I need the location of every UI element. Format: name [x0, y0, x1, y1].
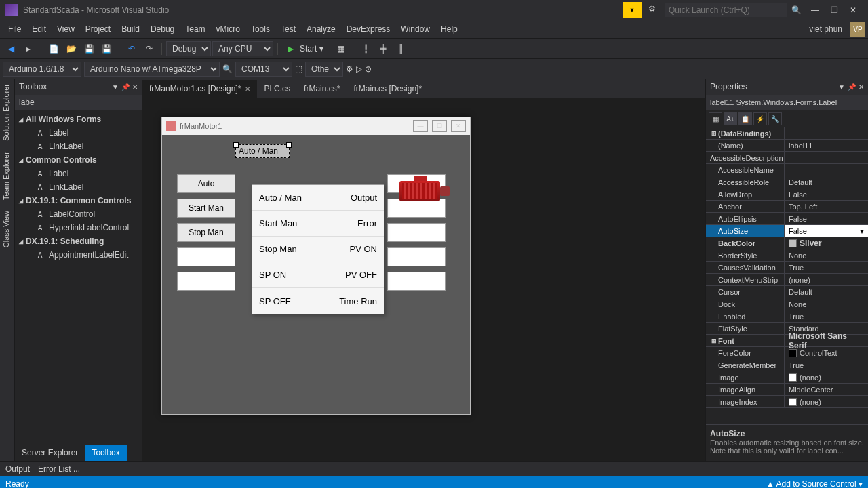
upload-icon[interactable]: ⬚	[295, 64, 302, 74]
toolbox-search-input[interactable]	[15, 95, 142, 110]
new-project-icon[interactable]: 📄	[45, 41, 62, 57]
doc-tab[interactable]: PLC.cs	[257, 80, 297, 98]
menu-test[interactable]: Test	[275, 22, 301, 37]
toolbox-group[interactable]: Common Controls	[15, 153, 142, 167]
doc-tab[interactable]: frManMotor1.cs [Design]* ✕	[142, 80, 257, 98]
property-row[interactable]: ContextMenuStrip(none)	[706, 274, 868, 286]
save-all-icon[interactable]: 💾	[98, 41, 115, 57]
property-row[interactable]: ForeColorControlText	[706, 347, 868, 359]
platform-select[interactable]: Any CPU	[212, 41, 273, 56]
align-icon[interactable]: ┇	[357, 41, 374, 57]
pin-icon[interactable]: 📌	[121, 83, 130, 91]
form-button[interactable]: Stop Man	[177, 223, 235, 242]
property-row[interactable]: (Name)label11	[706, 140, 868, 152]
toolbox-item[interactable]: ALabel	[15, 126, 142, 140]
redo-icon[interactable]: ↷	[141, 41, 157, 57]
save-icon[interactable]: 💾	[81, 41, 97, 57]
property-row[interactable]: BackColorSilver	[706, 237, 868, 249]
property-object-select[interactable]: label11 System.Windows.Forms.Label	[706, 95, 868, 110]
toolbox-item[interactable]: ALinkLabel	[15, 180, 142, 194]
toolbox-tab[interactable]: Server Explorer	[15, 445, 85, 461]
minimize-button[interactable]: —	[806, 2, 825, 18]
form-button[interactable]: Auto	[177, 174, 235, 193]
vtab[interactable]: Class View	[0, 205, 14, 253]
property-row[interactable]: AutoSizeFalse▾	[706, 225, 868, 237]
tool-icon[interactable]: ▦	[332, 41, 349, 57]
output-tab[interactable]: Error List ...	[38, 464, 80, 474]
back-button[interactable]: ◀	[3, 41, 19, 57]
notification-flag-icon[interactable]	[623, 2, 642, 18]
props-icon[interactable]: 📋	[738, 112, 752, 125]
designer-form[interactable]: frManMotor1 — ☐ ✕ Auto / Man AutoStart M…	[161, 117, 471, 415]
toolbox-item[interactable]: AHyperlinkLabelControl	[15, 221, 142, 235]
menu-help[interactable]: Help	[435, 22, 463, 37]
start-button[interactable]: ▶	[282, 41, 298, 57]
toolbox-group[interactable]: DX.19.1: Scheduling	[15, 235, 142, 248]
dropdown-row[interactable]: Start ManError	[252, 211, 384, 237]
close-button[interactable]: ✕	[844, 2, 863, 18]
quick-launch-input[interactable]	[665, 3, 787, 17]
property-row[interactable]: ImageAlignMiddleCenter	[706, 384, 868, 396]
form-min-button[interactable]: —	[413, 120, 428, 132]
play-icon[interactable]: ▷	[356, 64, 362, 74]
form-close-button[interactable]: ✕	[451, 120, 466, 132]
search-icon[interactable]: 🔍	[787, 2, 806, 18]
add-source-control[interactable]: ▲ Add to Source Control ▾	[766, 479, 863, 488]
menu-file[interactable]: File	[3, 22, 26, 37]
toolbox-item[interactable]: AAppointmentLabelEdit	[15, 248, 142, 262]
menu-devexpress[interactable]: DevExpress	[341, 22, 396, 37]
property-row[interactable]: ImageIndex(none)	[706, 396, 868, 408]
doc-tab[interactable]: frMain.cs [Design]*	[347, 80, 429, 98]
undo-icon[interactable]: ↶	[123, 41, 140, 57]
form-input[interactable]	[387, 247, 446, 266]
toolbox-group[interactable]: DX.19.1: Common Controls	[15, 194, 142, 207]
output-tab[interactable]: Output	[5, 464, 30, 474]
label-dropdown[interactable]: Auto / ManOutputStart ManErrorStop ManPV…	[252, 184, 384, 314]
categorized-icon[interactable]: ▦	[709, 112, 722, 125]
toolbox-item[interactable]: ALinkLabel	[15, 140, 142, 153]
property-row[interactable]: AccessibleDescription	[706, 152, 868, 164]
menu-analyze[interactable]: Analyze	[301, 22, 341, 37]
menu-vmicro[interactable]: vMicro	[211, 22, 245, 37]
doc-tab[interactable]: frMain.cs*	[297, 80, 347, 98]
property-row[interactable]: AllowDropFalse	[706, 188, 868, 201]
start-label[interactable]: Start	[300, 44, 317, 54]
panel-dropdown-icon[interactable]: ▼	[112, 83, 119, 91]
form-max-button[interactable]: ☐	[432, 120, 447, 132]
arduino-device-select[interactable]: Arduino Nano w/ ATmega328P	[84, 62, 220, 77]
toolbox-item[interactable]: ALabel	[15, 167, 142, 180]
toolbox-tab[interactable]: Toolbox	[85, 445, 126, 461]
maximize-button[interactable]: ❐	[825, 2, 844, 18]
user-name[interactable]: viet phun	[804, 22, 848, 37]
search-icon[interactable]: 🔍	[222, 64, 233, 74]
align-icon[interactable]: ╫	[393, 41, 409, 57]
menu-tools[interactable]: Tools	[245, 22, 275, 37]
dropdown-row[interactable]: Stop ManPV ON	[252, 237, 384, 262]
property-row[interactable]: EnabledTrue	[706, 310, 868, 323]
port-select[interactable]: COM13	[235, 62, 292, 77]
toolbox-item[interactable]: ALabelControl	[15, 207, 142, 221]
property-row[interactable]: Image(none)	[706, 371, 868, 384]
form-input[interactable]	[387, 272, 446, 291]
property-row[interactable]: GenerateMemberTrue	[706, 359, 868, 371]
menu-view[interactable]: View	[52, 22, 80, 37]
menu-project[interactable]: Project	[80, 22, 116, 37]
property-row[interactable]: DockNone	[706, 298, 868, 310]
property-row[interactable]: AccessibleRoleDefault	[706, 176, 868, 188]
vtab[interactable]: Team Explorer	[0, 146, 14, 205]
events-icon[interactable]: ⚡	[753, 112, 767, 125]
dropdown-row[interactable]: Auto / ManOutput	[252, 185, 384, 211]
property-row[interactable]: CausesValidationTrue	[706, 262, 868, 274]
panel-dropdown-icon[interactable]: ▼	[838, 83, 845, 91]
gear-icon[interactable]: ⚙	[346, 64, 353, 74]
property-row[interactable]: CursorDefault	[706, 286, 868, 298]
feedback-icon[interactable]: ⚙	[648, 4, 660, 16]
open-icon[interactable]: 📂	[63, 41, 79, 57]
form-button[interactable]: Start Man	[177, 199, 235, 218]
property-row[interactable]: AnchorTop, Left	[706, 201, 868, 213]
menu-window[interactable]: Window	[395, 22, 435, 37]
menu-team[interactable]: Team	[180, 22, 210, 37]
close-icon[interactable]: ✕	[859, 83, 864, 91]
close-icon[interactable]: ✕	[132, 83, 138, 91]
other-select[interactable]: Other	[305, 62, 343, 77]
